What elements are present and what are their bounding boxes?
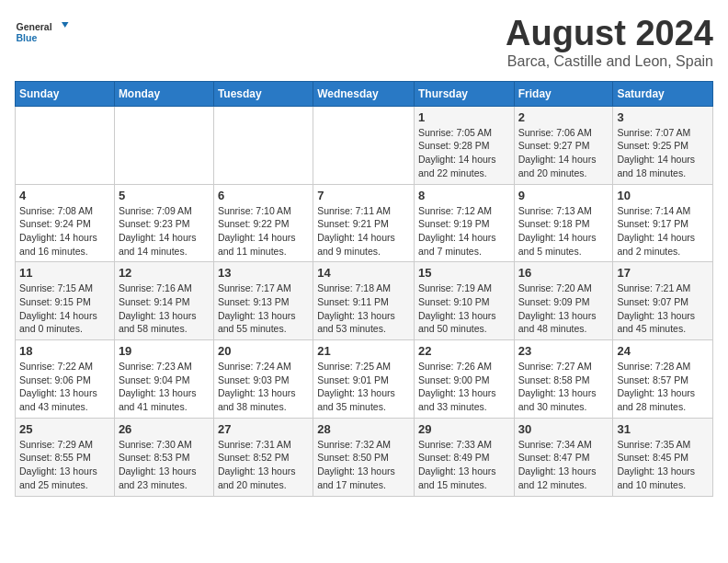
- day-number: 12: [119, 266, 210, 280]
- calendar-cell: [213, 106, 313, 184]
- week-row-4: 18Sunrise: 7:22 AMSunset: 9:06 PMDayligh…: [16, 340, 713, 419]
- day-detail: Sunrise: 7:27 AMSunset: 8:58 PMDaylight:…: [518, 361, 597, 412]
- calendar-cell: [114, 106, 213, 184]
- day-detail: Sunrise: 7:32 AMSunset: 8:50 PMDaylight:…: [317, 439, 395, 490]
- day-number: 20: [218, 344, 309, 358]
- week-row-3: 11Sunrise: 7:15 AMSunset: 9:15 PMDayligh…: [16, 262, 713, 340]
- day-number: 23: [518, 344, 609, 358]
- day-detail: Sunrise: 7:35 AMSunset: 8:45 PMDaylight:…: [617, 439, 695, 490]
- calendar-cell: 2Sunrise: 7:06 AMSunset: 9:27 PMDaylight…: [514, 106, 613, 184]
- day-number: 28: [317, 422, 410, 436]
- day-number: 21: [317, 344, 410, 358]
- day-detail: Sunrise: 7:26 AMSunset: 9:00 PMDaylight:…: [418, 361, 496, 412]
- calendar-cell: 5Sunrise: 7:09 AMSunset: 9:23 PMDaylight…: [114, 184, 213, 262]
- day-detail: Sunrise: 7:10 AMSunset: 9:22 PMDaylight:…: [218, 205, 296, 257]
- calendar-cell: [313, 106, 415, 184]
- col-sunday: Sunday: [16, 81, 115, 106]
- day-number: 15: [418, 266, 510, 280]
- calendar-cell: [16, 106, 115, 184]
- day-detail: Sunrise: 7:16 AMSunset: 9:14 PMDaylight:…: [119, 282, 197, 334]
- day-number: 3: [617, 110, 709, 124]
- day-number: 22: [418, 344, 510, 358]
- calendar-title: August 2024: [506, 15, 713, 53]
- day-detail: Sunrise: 7:18 AMSunset: 9:11 PMDaylight:…: [317, 282, 395, 334]
- day-detail: Sunrise: 7:24 AMSunset: 9:03 PMDaylight:…: [218, 361, 296, 412]
- day-number: 18: [19, 344, 110, 358]
- calendar-cell: 18Sunrise: 7:22 AMSunset: 9:06 PMDayligh…: [16, 340, 115, 419]
- col-tuesday: Tuesday: [213, 81, 313, 106]
- day-detail: Sunrise: 7:19 AMSunset: 9:10 PMDaylight:…: [418, 282, 496, 334]
- day-number: 19: [119, 344, 210, 358]
- col-wednesday: Wednesday: [313, 81, 415, 106]
- calendar-cell: 6Sunrise: 7:10 AMSunset: 9:22 PMDaylight…: [213, 184, 313, 262]
- calendar-subtitle: Barca, Castille and Leon, Spain: [506, 53, 713, 70]
- calendar-cell: 8Sunrise: 7:12 AMSunset: 9:19 PMDaylight…: [414, 184, 514, 262]
- day-detail: Sunrise: 7:25 AMSunset: 9:01 PMDaylight:…: [317, 361, 395, 412]
- day-detail: Sunrise: 7:13 AMSunset: 9:18 PMDaylight:…: [518, 205, 597, 257]
- calendar-cell: 29Sunrise: 7:33 AMSunset: 8:49 PMDayligh…: [414, 418, 514, 496]
- col-friday: Friday: [514, 81, 613, 106]
- week-row-5: 25Sunrise: 7:29 AMSunset: 8:55 PMDayligh…: [16, 418, 713, 496]
- day-detail: Sunrise: 7:30 AMSunset: 8:53 PMDaylight:…: [119, 439, 197, 490]
- calendar-body: 1Sunrise: 7:05 AMSunset: 9:28 PMDaylight…: [16, 106, 713, 496]
- day-number: 27: [218, 422, 309, 436]
- calendar-cell: 14Sunrise: 7:18 AMSunset: 9:11 PMDayligh…: [313, 262, 415, 340]
- day-detail: Sunrise: 7:22 AMSunset: 9:06 PMDaylight:…: [19, 361, 97, 412]
- day-number: 24: [617, 344, 709, 358]
- day-number: 16: [518, 266, 609, 280]
- logo-svg: General Blue: [15, 15, 70, 52]
- day-number: 4: [19, 189, 110, 202]
- day-number: 1: [418, 110, 510, 124]
- day-detail: Sunrise: 7:08 AMSunset: 9:24 PMDaylight:…: [19, 205, 97, 257]
- calendar-cell: 27Sunrise: 7:31 AMSunset: 8:52 PMDayligh…: [213, 418, 313, 496]
- day-detail: Sunrise: 7:34 AMSunset: 8:47 PMDaylight:…: [518, 439, 597, 490]
- calendar-cell: 4Sunrise: 7:08 AMSunset: 9:24 PMDaylight…: [16, 184, 115, 262]
- day-detail: Sunrise: 7:29 AMSunset: 8:55 PMDaylight:…: [19, 439, 97, 490]
- day-detail: Sunrise: 7:14 AMSunset: 9:17 PMDaylight:…: [617, 205, 695, 257]
- day-number: 17: [617, 266, 709, 280]
- day-detail: Sunrise: 7:28 AMSunset: 8:57 PMDaylight:…: [617, 361, 695, 412]
- day-number: 8: [418, 189, 510, 202]
- day-detail: Sunrise: 7:12 AMSunset: 9:19 PMDaylight:…: [418, 205, 496, 257]
- day-detail: Sunrise: 7:20 AMSunset: 9:09 PMDaylight:…: [518, 282, 597, 334]
- svg-text:General: General: [17, 21, 52, 32]
- day-number: 7: [317, 189, 410, 202]
- calendar-cell: 30Sunrise: 7:34 AMSunset: 8:47 PMDayligh…: [514, 418, 613, 496]
- calendar-cell: 28Sunrise: 7:32 AMSunset: 8:50 PMDayligh…: [313, 418, 415, 496]
- calendar-cell: 16Sunrise: 7:20 AMSunset: 9:09 PMDayligh…: [514, 262, 613, 340]
- day-number: 29: [418, 422, 510, 436]
- day-detail: Sunrise: 7:06 AMSunset: 9:27 PMDaylight:…: [518, 127, 597, 178]
- day-number: 6: [218, 189, 309, 202]
- calendar-cell: 21Sunrise: 7:25 AMSunset: 9:01 PMDayligh…: [313, 340, 415, 419]
- day-detail: Sunrise: 7:31 AMSunset: 8:52 PMDaylight:…: [218, 439, 296, 490]
- logo: General Blue: [15, 15, 70, 52]
- calendar-cell: 26Sunrise: 7:30 AMSunset: 8:53 PMDayligh…: [114, 418, 213, 496]
- day-number: 30: [518, 422, 609, 436]
- day-detail: Sunrise: 7:05 AMSunset: 9:28 PMDaylight:…: [418, 127, 496, 178]
- calendar-cell: 22Sunrise: 7:26 AMSunset: 9:00 PMDayligh…: [414, 340, 514, 419]
- calendar-cell: 7Sunrise: 7:11 AMSunset: 9:21 PMDaylight…: [313, 184, 415, 262]
- col-thursday: Thursday: [414, 81, 514, 106]
- day-detail: Sunrise: 7:23 AMSunset: 9:04 PMDaylight:…: [119, 361, 197, 412]
- day-number: 5: [119, 189, 210, 202]
- calendar-cell: 3Sunrise: 7:07 AMSunset: 9:25 PMDaylight…: [613, 106, 713, 184]
- calendar-cell: 15Sunrise: 7:19 AMSunset: 9:10 PMDayligh…: [414, 262, 514, 340]
- day-detail: Sunrise: 7:17 AMSunset: 9:13 PMDaylight:…: [218, 282, 296, 334]
- calendar-cell: 17Sunrise: 7:21 AMSunset: 9:07 PMDayligh…: [613, 262, 713, 340]
- calendar-cell: 25Sunrise: 7:29 AMSunset: 8:55 PMDayligh…: [16, 418, 115, 496]
- col-monday: Monday: [114, 81, 213, 106]
- day-number: 13: [218, 266, 309, 280]
- calendar-table: Sunday Monday Tuesday Wednesday Thursday…: [15, 81, 713, 497]
- calendar-cell: 9Sunrise: 7:13 AMSunset: 9:18 PMDaylight…: [514, 184, 613, 262]
- calendar-cell: 31Sunrise: 7:35 AMSunset: 8:45 PMDayligh…: [613, 418, 713, 496]
- svg-text:Blue: Blue: [17, 32, 38, 43]
- calendar-cell: 13Sunrise: 7:17 AMSunset: 9:13 PMDayligh…: [213, 262, 313, 340]
- calendar-cell: 12Sunrise: 7:16 AMSunset: 9:14 PMDayligh…: [114, 262, 213, 340]
- day-number: 2: [518, 110, 609, 124]
- col-saturday: Saturday: [613, 81, 713, 106]
- day-number: 26: [119, 422, 210, 436]
- header-row: Sunday Monday Tuesday Wednesday Thursday…: [16, 81, 713, 106]
- week-row-2: 4Sunrise: 7:08 AMSunset: 9:24 PMDaylight…: [16, 184, 713, 262]
- calendar-cell: 20Sunrise: 7:24 AMSunset: 9:03 PMDayligh…: [213, 340, 313, 419]
- calendar-cell: 19Sunrise: 7:23 AMSunset: 9:04 PMDayligh…: [114, 340, 213, 419]
